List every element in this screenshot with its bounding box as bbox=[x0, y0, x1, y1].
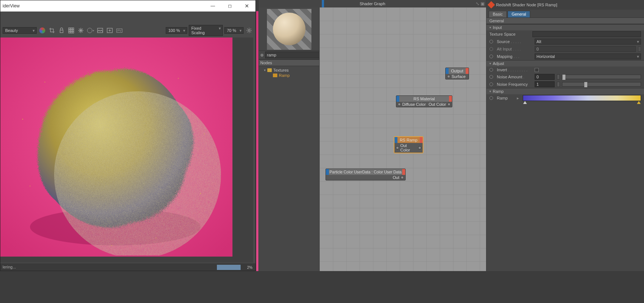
mapping-select[interactable]: Horizontal bbox=[535, 53, 641, 59]
aov-select[interactable]: Beauty bbox=[3, 27, 37, 34]
radio-icon[interactable] bbox=[489, 68, 493, 72]
ramp-stop-end[interactable] bbox=[637, 101, 641, 104]
port-label: Diffuse Color bbox=[402, 102, 426, 107]
field-label: Alt Input . . . . bbox=[497, 47, 532, 51]
row-alt-input: Alt Input . . . . bbox=[486, 45, 644, 53]
noise-frequency-input[interactable] bbox=[535, 81, 555, 87]
tab-general[interactable]: General bbox=[508, 11, 530, 17]
scale-pct-value: 70 % bbox=[227, 28, 236, 33]
rgb-icon[interactable] bbox=[38, 26, 46, 35]
alt-input-field[interactable] bbox=[535, 46, 636, 52]
node-tree: ▾ Textures Ramp bbox=[259, 66, 319, 79]
field-label: Mapping . . . bbox=[497, 54, 532, 59]
window-maximize-button[interactable]: ◻ bbox=[221, 0, 238, 12]
radio-icon[interactable] bbox=[489, 47, 493, 51]
window-close-button[interactable]: ✕ bbox=[238, 0, 255, 12]
rendered-image bbox=[0, 38, 232, 257]
tree-item-textures[interactable]: ▾ Textures bbox=[260, 68, 318, 73]
svg-point-24 bbox=[111, 245, 112, 246]
node-search-input[interactable] bbox=[265, 52, 320, 58]
pink-edge-strip bbox=[256, 11, 258, 271]
output-port[interactable] bbox=[418, 146, 421, 149]
svg-rect-6 bbox=[72, 30, 74, 31]
texture-space-input[interactable] bbox=[532, 31, 641, 37]
material-preview[interactable] bbox=[267, 9, 311, 50]
input-port[interactable] bbox=[398, 103, 401, 106]
crop-icon[interactable] bbox=[48, 26, 56, 35]
gear-icon[interactable] bbox=[245, 26, 253, 35]
zoom-select[interactable]: 100 % bbox=[166, 27, 187, 34]
radio-icon[interactable] bbox=[489, 96, 493, 100]
svg-rect-7 bbox=[69, 32, 70, 33]
preview-sphere bbox=[273, 13, 306, 45]
node-rs-ramp[interactable]: RS Ramp Out Color bbox=[394, 137, 423, 153]
render-canvas[interactable] bbox=[0, 38, 253, 263]
redshift-logo-icon bbox=[488, 1, 495, 9]
row-noise-amount: Noise Amount . bbox=[486, 73, 644, 81]
attribute-panel: Redshift Shader Node [RS Ramp] Basic Gen… bbox=[486, 0, 644, 271]
ramp-stop-start[interactable] bbox=[523, 101, 527, 104]
row-noise-frequency: Noise Frequency bbox=[486, 81, 644, 88]
render-status-text: lering... bbox=[3, 265, 16, 269]
svg-point-25 bbox=[156, 238, 156, 238]
output-port[interactable] bbox=[401, 176, 404, 179]
panel-handle-icons[interactable]: ⤡ ▣ bbox=[476, 1, 485, 6]
tree-label: Textures bbox=[273, 68, 289, 72]
port-label: Out bbox=[393, 175, 399, 180]
picture-icon[interactable] bbox=[96, 26, 104, 35]
radio-icon[interactable] bbox=[489, 75, 493, 79]
pv-icon[interactable]: PV bbox=[115, 26, 123, 35]
scale-percent-select[interactable]: 70 % bbox=[224, 27, 244, 34]
group-input[interactable]: ▾Input bbox=[486, 24, 644, 30]
lock-icon[interactable] bbox=[57, 26, 66, 35]
field-label: Noise Frequency bbox=[497, 82, 532, 87]
spinner-icon[interactable] bbox=[638, 46, 641, 52]
field-label: Texture Space bbox=[489, 32, 530, 36]
svg-rect-3 bbox=[72, 28, 74, 29]
node-title: RS Ramp bbox=[397, 137, 420, 143]
radio-icon[interactable] bbox=[489, 55, 493, 58]
spinner-icon[interactable] bbox=[557, 74, 560, 79]
aov-value: Beauty bbox=[5, 28, 18, 33]
renderview-toolbar: Beauty ▾ PV 100 % Fixed Scaling 70 % bbox=[0, 26, 255, 35]
invert-checkbox[interactable] bbox=[535, 68, 539, 72]
add-snapshot-icon[interactable] bbox=[106, 26, 114, 35]
group-ramp[interactable]: ▾Ramp bbox=[486, 88, 644, 94]
tree-item-ramp[interactable]: Ramp bbox=[260, 73, 318, 78]
radio-icon[interactable] bbox=[489, 82, 493, 86]
source-select[interactable]: Alt bbox=[535, 39, 641, 45]
clear-search-icon[interactable]: ⊗ bbox=[260, 53, 264, 58]
port-label: Out Color bbox=[429, 102, 446, 107]
accent-strip bbox=[322, 0, 324, 7]
node-rs-material[interactable]: RS Material Diffuse Color Out Color bbox=[396, 95, 452, 107]
noise-frequency-slider[interactable] bbox=[562, 82, 641, 87]
shadergraph-sidebar: ⊗ Nodes ▾ Textures Ramp bbox=[259, 7, 320, 271]
expand-ramp-icon[interactable]: ▸ bbox=[517, 96, 519, 101]
grid-icon[interactable] bbox=[67, 26, 75, 35]
output-port[interactable] bbox=[448, 103, 450, 106]
ramp-gradient-widget[interactable] bbox=[523, 95, 641, 101]
radio-icon[interactable] bbox=[489, 40, 493, 43]
renderview-titlebar: iderView — ◻ ✕ bbox=[0, 0, 255, 12]
shadergraph-canvas[interactable]: Output Surface RS Material Diffuse Color… bbox=[320, 7, 486, 271]
svg-rect-5 bbox=[70, 30, 72, 31]
disclosure-triangle-icon[interactable]: ▾ bbox=[264, 68, 266, 72]
row-invert: Invert . . . . . . . . . bbox=[486, 66, 644, 73]
input-port[interactable] bbox=[396, 146, 399, 149]
select-value: Horizontal bbox=[536, 54, 555, 59]
scaling-mode-select[interactable]: Fixed Scaling bbox=[189, 25, 223, 36]
tab-basic[interactable]: Basic bbox=[489, 11, 507, 17]
circle-tool-icon[interactable]: ▾ bbox=[86, 26, 95, 35]
group-adjust[interactable]: ▾Adjust bbox=[486, 60, 644, 66]
snowflake-icon[interactable] bbox=[77, 26, 85, 35]
spinner-icon[interactable] bbox=[557, 82, 560, 87]
node-output[interactable]: Output Surface bbox=[445, 68, 469, 79]
node-title: RS Material bbox=[399, 96, 449, 102]
noise-amount-input[interactable] bbox=[535, 74, 555, 80]
node-color-userdata[interactable]: Particle Color UserData : Color User Dat… bbox=[326, 169, 406, 180]
svg-point-12 bbox=[248, 30, 250, 32]
input-port[interactable] bbox=[447, 75, 450, 78]
noise-amount-slider[interactable] bbox=[562, 75, 641, 79]
window-minimize-button[interactable]: — bbox=[204, 0, 221, 12]
node-wires bbox=[320, 7, 431, 63]
